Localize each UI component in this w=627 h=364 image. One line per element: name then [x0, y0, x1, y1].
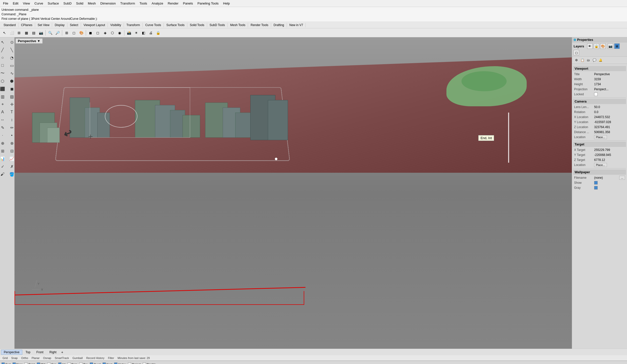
sidebar-grid2-icon[interactable]: ⊟ [7, 147, 15, 155]
snap-knot[interactable]: ✓ Knot [103, 362, 112, 364]
tool-wireframe[interactable]: ◻ [94, 29, 101, 36]
tab-add-button[interactable]: + [60, 350, 65, 354]
sidebar-line-icon[interactable]: ╱ [0, 46, 7, 54]
menu-render[interactable]: Render [166, 1, 181, 6]
prop-yloc-value[interactable]: -615597.028 [594, 120, 625, 124]
tab-top[interactable]: Top [23, 350, 33, 355]
tab-set-view[interactable]: Set View [35, 23, 52, 27]
snap-planar[interactable]: Planar [31, 356, 41, 360]
menu-tools[interactable]: Tools [137, 1, 149, 6]
tool-layer[interactable]: ▦ [23, 29, 30, 36]
menu-dimension[interactable]: Dimension [98, 1, 118, 6]
tool-select-window[interactable]: ⬜ [8, 29, 15, 36]
snap-perp-check[interactable] [67, 362, 71, 364]
sidebar-check-icon[interactable]: ✓ [0, 163, 7, 170]
menu-surface[interactable]: Surface [46, 1, 61, 6]
tab-perspective[interactable]: Perspective [1, 350, 22, 355]
menu-analyze[interactable]: Analyze [150, 1, 165, 6]
sidebar-solid2-icon[interactable]: ◼ [7, 85, 15, 93]
panel-icon-color[interactable]: 🎨 [600, 43, 606, 49]
sidebar-text-icon[interactable]: A [0, 108, 7, 116]
sidebar-paint-icon[interactable]: 🖌 [0, 170, 7, 178]
sidebar-select-icon[interactable]: ↖ [0, 38, 7, 46]
prop-xtarget-value[interactable]: 255229.799 [594, 148, 625, 152]
snap-int-check[interactable]: ✓ [58, 362, 61, 364]
sidebar-arc-icon[interactable]: ◔ [7, 54, 15, 61]
menu-subd[interactable]: SubD [61, 1, 74, 6]
prop-projection-value[interactable]: Perspect... [594, 87, 625, 91]
snap-grid[interactable]: Grid [2, 356, 9, 360]
sidebar-transform-icon[interactable]: ↔ [0, 116, 7, 124]
snap-near[interactable]: ✓ Near [13, 362, 23, 364]
panel-icon-r5[interactable]: 🔔 [598, 57, 603, 63]
snap-vertex-check[interactable]: ✓ [114, 362, 117, 364]
snap-cen[interactable]: Cen [47, 362, 56, 364]
tab-new-v7[interactable]: New in V7 [287, 23, 306, 27]
tool-material[interactable]: ◧ [140, 29, 147, 36]
prop-gray-checkbox[interactable] [594, 186, 598, 190]
prop-show-checkbox[interactable] [594, 181, 598, 185]
menu-curve[interactable]: Curve [32, 1, 45, 6]
tool-grid-snap[interactable]: ⊞ [16, 29, 23, 36]
tool-layer-props[interactable]: ▤ [30, 29, 37, 36]
sidebar-surface-icon[interactable]: ⬡ [0, 77, 7, 85]
properties-label[interactable]: Properties [577, 38, 593, 42]
sidebar-grid-icon[interactable]: ⊞ [0, 147, 7, 155]
prop-ytarget-value[interactable]: -220068.945 [594, 153, 625, 157]
sidebar-rect-icon[interactable]: □ [0, 62, 7, 69]
panel-icon-r2[interactable]: 📋 [580, 57, 585, 63]
tab-visibility[interactable]: Visibility [108, 23, 124, 27]
sidebar-x-icon[interactable]: ✗ [7, 163, 15, 170]
prop-lens-value[interactable]: 50.0 [594, 105, 625, 109]
snap-disable-check[interactable] [143, 362, 146, 364]
menu-transform[interactable]: Transform [118, 1, 137, 6]
tool-zoom-out[interactable]: 🔎 [54, 29, 61, 36]
panel-icon-r4[interactable]: 💬 [592, 57, 597, 63]
tab-select[interactable]: Select [67, 23, 81, 27]
tab-right[interactable]: Right [47, 350, 59, 355]
tab-front[interactable]: Front [34, 350, 46, 355]
prop-target-location-btn[interactable]: Place... [594, 163, 607, 167]
sidebar-curve-icon[interactable]: 〜 [0, 69, 7, 77]
sidebar-snap-icon[interactable]: ⊕ [0, 139, 7, 147]
snap-smarttrack[interactable]: SmartTrack [54, 356, 70, 360]
sidebar-edit2-icon[interactable]: ✏ [7, 124, 15, 131]
tool-zoom-in[interactable]: 🔍 [47, 29, 54, 36]
snap-cen-check[interactable] [47, 362, 50, 364]
viewport-container[interactable]: ↩ End, Int Perspective ▼ Y [15, 37, 572, 349]
tool-rendered[interactable]: ◉ [116, 29, 123, 36]
snap-tan-check[interactable] [79, 362, 83, 364]
tab-display[interactable]: Display [52, 23, 67, 27]
sidebar-curve2-icon[interactable]: ∿ [7, 69, 15, 77]
sidebar-mesh2-icon[interactable]: ▨ [7, 93, 15, 100]
menu-edit[interactable]: Edit [11, 1, 20, 6]
snap-gumball[interactable]: Gumball [71, 356, 84, 360]
sidebar-box-icon[interactable]: ▭ [7, 62, 15, 69]
menu-file[interactable]: File [1, 1, 10, 6]
sidebar-dimension2-icon[interactable]: ✛ [7, 101, 15, 108]
tab-render-tools[interactable]: Render Tools [248, 23, 271, 27]
snap-tan[interactable]: Tan [79, 362, 88, 364]
sidebar-snap2-icon[interactable]: ⊗ [7, 139, 15, 147]
sidebar-text2-icon[interactable]: T [7, 108, 15, 116]
prop-filename-browse-btn[interactable]: ... [619, 176, 625, 180]
snap-int[interactable]: ✓ Int [58, 362, 65, 364]
tab-mesh-tools[interactable]: Mesh Tools [228, 23, 248, 27]
viewport-label[interactable]: Perspective ▼ [16, 38, 43, 44]
panel-icon-eye[interactable]: 👁 [587, 43, 593, 49]
snap-point[interactable]: Point [24, 362, 35, 364]
sidebar-point2-icon[interactable]: • [7, 132, 15, 139]
menu-view[interactable]: View [21, 1, 32, 6]
tool-shaded[interactable]: ◼ [87, 29, 94, 36]
menu-paneling-tools[interactable]: Paneling Tools [195, 1, 220, 6]
sidebar-edit-icon[interactable]: ✎ [0, 124, 7, 131]
panel-icon-square[interactable]: ◻ [574, 50, 579, 55]
prop-rotation-value[interactable]: 0.0 [594, 110, 625, 114]
tool-print[interactable]: 🖨 [147, 29, 154, 36]
panel-icon-r3[interactable]: 🗂 [586, 57, 591, 63]
tool-view-4[interactable]: ⊞ [63, 29, 70, 36]
tool-select-arrow[interactable]: ↖ [1, 29, 8, 36]
tab-surface-tools[interactable]: Surface Tools [164, 23, 187, 27]
snap-mid-check[interactable]: ✓ [37, 362, 40, 364]
snap-ortho[interactable]: Ortho [20, 356, 29, 360]
